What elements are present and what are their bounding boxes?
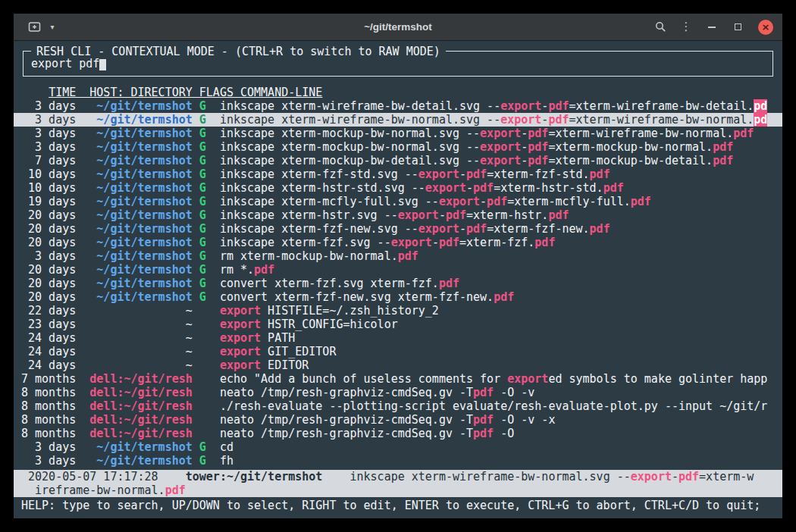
search-match: pdf <box>534 236 555 249</box>
search-button[interactable] <box>649 16 672 39</box>
search-match: export <box>480 127 521 140</box>
row-host-directory: ~/git/termshot <box>89 454 192 468</box>
row-command: ./resh-evaluate --plotting-script evalua… <box>220 399 767 413</box>
history-row[interactable]: 22 days ~ export HISTFILE=~/.zsh_history… <box>14 304 782 318</box>
history-row[interactable]: 3 days ~/git/termshot G rm xterm-mockup-… <box>14 249 782 263</box>
row-time: 24 days <box>21 345 76 358</box>
row-time: 3 days <box>21 127 76 140</box>
row-flags <box>199 318 206 331</box>
history-row[interactable]: 3 days ~/git/termshot G cd <box>14 440 782 454</box>
history-row[interactable]: 3 days ~/git/termshot G inkscape xterm-w… <box>14 113 782 127</box>
row-flags: G <box>199 195 206 208</box>
row-command: rm *.pdf <box>220 263 274 277</box>
search-query-text: export pdf <box>31 57 99 70</box>
search-match: export <box>220 304 261 318</box>
search-match: export <box>398 208 439 222</box>
history-row[interactable]: 23 days ~ export HSTR_CONFIG=hicolor <box>14 318 782 331</box>
row-time: 20 days <box>21 277 76 290</box>
row-time: 3 days <box>21 99 76 113</box>
titlebar[interactable]: ▾ ~/git/termshot ⋮ × <box>14 14 782 41</box>
row-command: neato /tmp/resh-graphviz-cmdSeq.gv -Tpdf… <box>220 386 534 399</box>
row-command: fh <box>220 454 233 468</box>
minimize-button[interactable] <box>700 16 723 39</box>
row-time: 7 months <box>21 372 76 386</box>
history-row[interactable]: 24 days ~ export PATH <box>14 331 782 345</box>
search-match: pdf <box>494 290 514 304</box>
row-host-directory: ~/git/termshot <box>89 277 192 290</box>
search-match: export <box>439 195 480 208</box>
search-match: pdf <box>590 222 610 236</box>
history-row[interactable]: 3 days ~/git/termshot G inkscape xterm-m… <box>14 127 782 140</box>
terminal-window: ▾ ~/git/termshot ⋮ × <box>14 14 782 518</box>
history-row[interactable]: 10 days ~/git/termshot G inkscape xterm-… <box>14 167 782 181</box>
row-flags: G <box>199 263 206 277</box>
history-row[interactable]: 7 months dell:~/git/resh echo "Add a bun… <box>14 372 782 386</box>
table-header-text: TIME HOST: DIRECTORY FLAGS COMMAND-LINE <box>49 86 322 99</box>
history-row[interactable]: 20 days ~/git/termshot G convert xterm-f… <box>14 290 782 304</box>
search-query-input[interactable]: export pdf <box>31 57 106 70</box>
restore-button[interactable] <box>726 16 749 39</box>
row-time: 3 days <box>21 113 76 127</box>
row-command: inkscape xterm-fzf-new.svg --export-pdf=… <box>220 222 610 236</box>
history-row[interactable]: 20 days ~/git/termshot G rm *.pdf <box>14 263 782 277</box>
search-match: pdf <box>631 195 651 208</box>
search-match: pdf <box>733 127 754 140</box>
row-time: 8 months <box>21 413 76 427</box>
history-row[interactable]: 7 days ~/git/termshot G inkscape xterm-m… <box>14 154 782 167</box>
row-host-directory: ~/git/termshot <box>89 249 192 263</box>
history-row[interactable]: 3 days ~/git/termshot G inkscape xterm-w… <box>14 99 782 113</box>
row-host-directory: ~/git/termshot <box>89 263 192 277</box>
history-row[interactable]: 24 days ~ export GIT_EDITOR <box>14 345 782 358</box>
help-bar: HELP: type to search, UP/DOWN to select,… <box>14 499 782 512</box>
search-match: pdf <box>446 208 466 222</box>
row-flags <box>199 413 206 427</box>
row-time: 24 days <box>21 331 76 345</box>
truncated-match: pd <box>754 99 767 113</box>
row-host-directory: ~/git/termshot <box>89 222 192 236</box>
row-command: inkscape xterm-wireframe-bw-normal.svg -… <box>220 113 767 127</box>
search-match: pdf <box>165 483 186 497</box>
search-match: pdf <box>473 386 494 399</box>
row-flags: G <box>199 249 206 263</box>
history-row[interactable]: 24 days ~ export EDITOR <box>14 358 782 372</box>
row-command: export HISTFILE=~/.zsh_history_2 <box>220 304 439 318</box>
row-command: inkscape xterm-hstr.svg --export-pdf=xte… <box>220 208 569 222</box>
row-time: 20 days <box>21 290 76 304</box>
row-flags <box>199 358 206 372</box>
search-match: export <box>500 113 541 127</box>
history-row[interactable]: 20 days ~/git/termshot G inkscape xterm-… <box>14 236 782 249</box>
status-datetime: 2020-05-07 17:17:28 <box>21 470 158 483</box>
history-row[interactable]: 3 days ~/git/termshot G inkscape xterm-m… <box>14 140 782 154</box>
row-host-directory: ~ <box>89 304 192 318</box>
row-command: inkscape xterm-hstr-std.svg --export-pdf… <box>220 181 624 195</box>
search-match: pdf <box>439 236 459 249</box>
row-host-directory: ~/git/termshot <box>89 236 192 249</box>
history-row[interactable]: 19 days ~/git/termshot G inkscape xterm-… <box>14 195 782 208</box>
history-row[interactable]: 20 days ~/git/termshot G inkscape xterm-… <box>14 208 782 222</box>
menu-button[interactable]: ⋮ <box>675 16 697 39</box>
search-match: export <box>220 358 261 372</box>
row-host-directory: ~ <box>89 331 192 345</box>
row-flags <box>199 386 206 399</box>
history-row[interactable]: 20 days ~/git/termshot G convert xterm-f… <box>14 277 782 290</box>
history-row[interactable]: 10 days ~/git/termshot G inkscape xterm-… <box>14 181 782 195</box>
row-host-directory: ~ <box>89 358 192 372</box>
history-row[interactable]: 8 months dell:~/git/resh neato /tmp/resh… <box>14 427 782 440</box>
status-line-2: ireframe-bw-normal.pdf <box>14 483 782 497</box>
row-command: cd <box>220 440 233 454</box>
row-time: 8 months <box>21 427 76 440</box>
close-button[interactable]: × <box>758 20 773 35</box>
history-row[interactable]: 8 months dell:~/git/resh ./resh-evaluate… <box>14 399 782 413</box>
history-row[interactable]: 3 days ~/git/termshot G fh <box>14 454 782 468</box>
search-match: pdf <box>548 113 569 127</box>
search-match: export <box>220 318 261 331</box>
history-row[interactable]: 20 days ~/git/termshot G inkscape xterm-… <box>14 222 782 236</box>
minimize-icon <box>708 27 716 28</box>
search-match: pdf <box>548 208 569 222</box>
history-row[interactable]: 8 months dell:~/git/resh neato /tmp/resh… <box>14 386 782 399</box>
row-host-directory: ~/git/termshot <box>89 154 192 167</box>
row-host-directory: dell:~/git/resh <box>89 386 192 399</box>
history-row[interactable]: 8 months dell:~/git/resh neato /tmp/resh… <box>14 413 782 427</box>
row-command: neato /tmp/resh-graphviz-cmdSeq.gv -Tpdf… <box>220 413 556 427</box>
kebab-menu-icon: ⋮ <box>681 21 692 33</box>
